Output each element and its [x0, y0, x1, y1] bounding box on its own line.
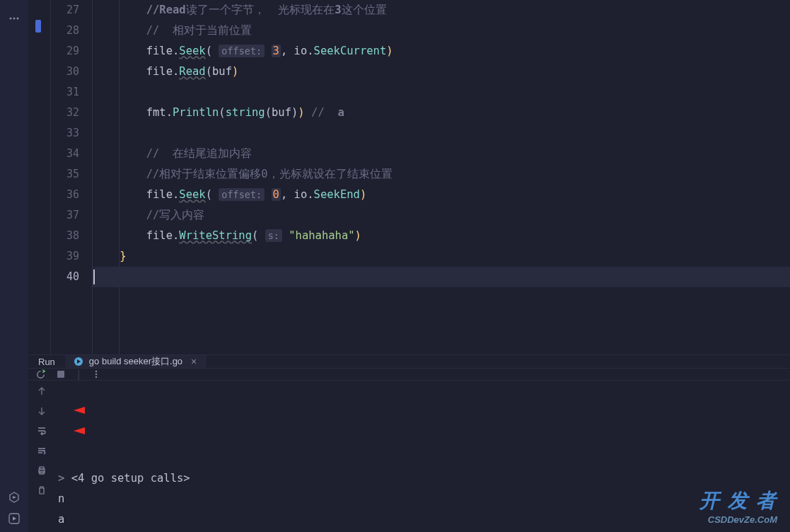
- code-line[interactable]: [93, 123, 790, 144]
- run-output[interactable]: > <4 go setup calls>naProcess finished w…: [55, 381, 790, 532]
- line-number: 29: [51, 41, 79, 62]
- run-config-tab[interactable]: go build seeker接口.go ×: [65, 355, 206, 368]
- line-number: 38: [51, 226, 79, 246]
- line-number: 37: [51, 205, 79, 226]
- line-number: 27: [51, 0, 79, 21]
- code-line[interactable]: //Read读了一个字节， 光标现在在3这个位置: [93, 0, 790, 21]
- code-line[interactable]: file.Seek( offset: 0, io.SeekEnd): [93, 185, 790, 205]
- svg-point-1: [13, 18, 16, 20]
- code-line[interactable]: //相对于结束位置偏移0，光标就设在了结束位置: [93, 164, 790, 185]
- code-line[interactable]: // 在结尾追加内容: [93, 144, 790, 164]
- run-play-icon[interactable]: [8, 512, 21, 525]
- rerun-icon[interactable]: [35, 369, 46, 380]
- trash-icon[interactable]: [37, 485, 47, 495]
- scroll-up-icon[interactable]: [37, 386, 47, 396]
- line-number: 36: [51, 185, 79, 205]
- line-number: 31: [51, 82, 79, 103]
- stop-icon[interactable]: [56, 369, 66, 379]
- code-line[interactable]: [93, 82, 790, 103]
- line-number: 28: [51, 21, 79, 41]
- line-number: 34: [51, 144, 79, 164]
- go-run-icon: [74, 357, 83, 366]
- svg-point-0: [10, 18, 12, 20]
- line-number: 32: [51, 103, 79, 123]
- run-toolbar: |: [28, 369, 790, 381]
- code-line[interactable]: file.WriteString( s: "hahahaha"): [93, 226, 790, 246]
- line-number: 35: [51, 164, 79, 185]
- more-vertical-icon[interactable]: [91, 369, 101, 379]
- line-number: 33: [51, 123, 79, 144]
- code-editor[interactable]: 2728293031323334353637383940 //Read读了一个字…: [28, 0, 790, 354]
- code-line[interactable]: }: [93, 246, 790, 267]
- scroll-down-icon[interactable]: [37, 406, 47, 416]
- svg-point-2: [17, 18, 19, 20]
- scroll-to-end-icon[interactable]: [37, 446, 47, 456]
- bottom-left-tools: [0, 468, 28, 532]
- run-panel: Run go build seeker接口.go × |: [28, 354, 790, 532]
- code-content[interactable]: //Read读了一个字节， 光标现在在3这个位置 // 相对于当前位置 file…: [92, 0, 790, 354]
- red-arrow-n: [74, 405, 187, 415]
- left-sidebar: [0, 0, 28, 532]
- close-tab-icon[interactable]: ×: [191, 356, 197, 367]
- svg-rect-9: [40, 467, 44, 469]
- services-icon[interactable]: [8, 491, 21, 504]
- marker-bar: [28, 0, 51, 354]
- code-line[interactable]: file.Read(buf): [93, 62, 790, 82]
- line-number: 39: [51, 246, 79, 267]
- output-line: > <4 go setup calls>: [58, 468, 787, 489]
- line-number: 40: [51, 267, 79, 287]
- more-horizontal-icon[interactable]: [8, 13, 20, 24]
- line-number: 30: [51, 62, 79, 82]
- text-cursor: [93, 270, 95, 284]
- run-side-toolbar: [28, 381, 55, 532]
- run-panel-label[interactable]: Run: [28, 357, 65, 367]
- code-line[interactable]: fmt.Println(string(buf)) // a: [93, 103, 790, 123]
- output-line: a: [58, 509, 787, 530]
- code-line[interactable]: [93, 267, 790, 287]
- svg-point-7: [95, 376, 97, 378]
- svg-rect-4: [57, 371, 64, 378]
- line-number-gutter: 2728293031323334353637383940: [51, 0, 92, 354]
- code-line[interactable]: // 相对于当前位置: [93, 21, 790, 41]
- output-line: n: [58, 489, 787, 509]
- run-tab-title: go build seeker接口.go: [89, 355, 182, 368]
- code-line[interactable]: //写入内容: [93, 205, 790, 226]
- bookmark-marker[interactable]: [35, 20, 41, 33]
- svg-point-6: [95, 374, 97, 375]
- code-line[interactable]: file.Seek( offset: 3, io.SeekCurrent): [93, 41, 790, 62]
- print-icon[interactable]: [37, 466, 47, 475]
- svg-point-5: [95, 371, 97, 372]
- soft-wrap-icon[interactable]: [37, 426, 47, 436]
- run-panel-tabs: Run go build seeker接口.go ×: [28, 355, 790, 369]
- red-arrow-a: [74, 426, 187, 436]
